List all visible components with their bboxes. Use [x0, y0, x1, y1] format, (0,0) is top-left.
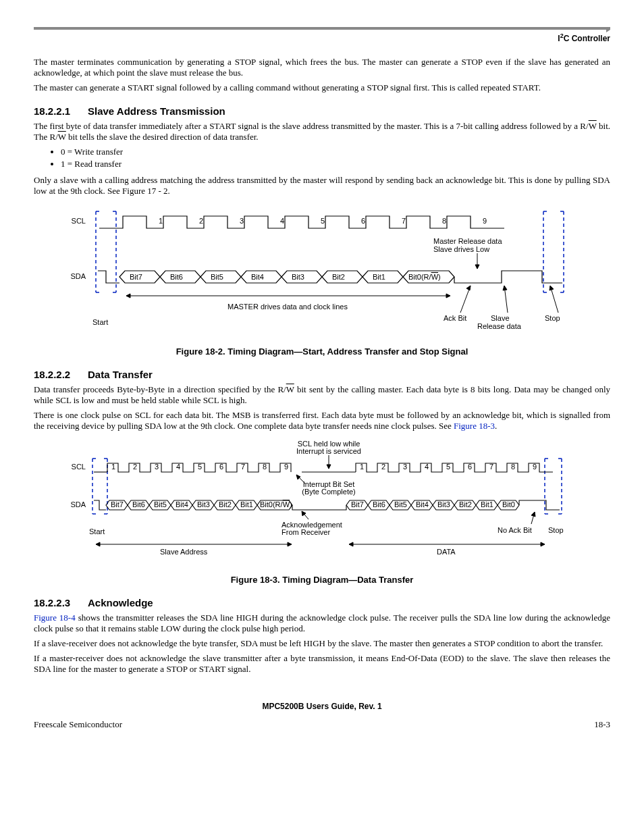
heading-number: 18.2.2.2 [34, 369, 88, 380]
svg-text:6: 6 [468, 463, 472, 471]
label: Slave [491, 314, 510, 322]
svg-text:Bit6: Bit6 [170, 273, 183, 281]
svg-text:Bit4: Bit4 [251, 273, 264, 281]
label: Start [92, 318, 108, 326]
footer-left: Freescale Semiconductor [34, 719, 122, 730]
footer-row: Freescale Semiconductor 18-3 [34, 719, 610, 730]
scl-label: SCL [72, 217, 86, 225]
svg-text:1: 1 [159, 217, 163, 225]
label: No Ack Bit [498, 526, 532, 534]
svg-text:5: 5 [446, 463, 450, 471]
svg-text:Bit7: Bit7 [130, 273, 142, 281]
svg-text:Bit4: Bit4 [416, 500, 429, 509]
label: MASTER drives data and clock lines [227, 303, 348, 311]
svg-text:6: 6 [361, 217, 365, 225]
figure-18-3-caption: Figure 18-3. Timing Diagram—Data Transfe… [34, 575, 610, 585]
svg-text:8: 8 [511, 463, 515, 471]
svg-text:Bit6: Bit6 [373, 500, 385, 509]
svg-text:Bit2: Bit2 [459, 500, 472, 509]
svg-text:2: 2 [133, 463, 137, 471]
svg-text:Bit7: Bit7 [111, 500, 124, 509]
label: DATA [437, 548, 456, 556]
link-figure-18-4[interactable]: Figure 18-4 [34, 613, 76, 623]
rw-list: 0 = Write transfer 1 = Read transfer [61, 147, 610, 170]
svg-text:6: 6 [219, 463, 223, 471]
label: Master Release data [433, 237, 502, 245]
svg-text:Bit5: Bit5 [211, 273, 223, 281]
list-item: 1 = Read transfer [61, 159, 610, 170]
svg-text:Bit4: Bit4 [176, 500, 188, 509]
svg-text:Bit0(R/W): Bit0(R/W) [260, 500, 292, 509]
para-repeated-start: The master can generate a START signal f… [34, 82, 610, 93]
sda-label: SDA [70, 500, 86, 509]
heading-18-2-2-2: 18.2.2.2Data Transfer [34, 369, 610, 380]
svg-text:Bit2: Bit2 [332, 273, 345, 281]
heading-title: Acknowledge [88, 597, 153, 608]
svg-text:3: 3 [403, 463, 407, 471]
para-stop: The master terminates communication by g… [34, 57, 610, 78]
label: Slave Address [160, 548, 208, 556]
header-section-label: I2C Controller [34, 32, 610, 43]
svg-text:Bit5: Bit5 [154, 500, 167, 509]
text: . [495, 421, 497, 431]
heading-18-2-2-1: 18.2.2.1Slave Address Transmission [34, 105, 610, 117]
w-overline: W [286, 384, 294, 394]
para-ack-3: If a master-receiver does not acknowledg… [34, 653, 610, 675]
heading-18-2-2-3: 18.2.2.3Acknowledge [34, 597, 610, 608]
sda-bits: Bit7 Bit6 Bit5 Bit4 Bit3 Bit2 Bit1 Bit0(… [130, 273, 441, 281]
link-figure-18-3[interactable]: Figure 18-3 [454, 421, 495, 431]
svg-text:5: 5 [321, 217, 325, 225]
svg-text:4: 4 [425, 463, 429, 471]
footer-right: 18-3 [594, 719, 610, 730]
w-overline: W [58, 132, 66, 142]
label: From Receiver [281, 528, 330, 536]
label: Stop [548, 526, 564, 534]
figure-18-2-caption: Figure 18-2. Timing Diagram—Start, Addre… [34, 346, 610, 357]
scl-label: SCL [72, 463, 86, 471]
heading-title: Data Transfer [88, 369, 153, 380]
svg-text:4: 4 [280, 217, 284, 225]
footer-doc-title: MPC5200B Users Guide, Rev. 1 [34, 702, 610, 711]
svg-text:Bit7: Bit7 [351, 500, 364, 509]
svg-text:Bit1: Bit1 [481, 500, 493, 509]
svg-text:Bit1: Bit1 [240, 500, 253, 509]
text: The first byte of data transfer immediat… [34, 121, 589, 131]
svg-text:Bit3: Bit3 [197, 500, 210, 509]
para-data-transfer: Data transfer proceeds Byte-by-Byte in a… [34, 384, 610, 406]
svg-text:1: 1 [111, 463, 115, 471]
svg-text:Bit2: Bit2 [219, 500, 232, 509]
svg-text:9: 9 [483, 217, 487, 225]
heading-number: 18.2.2.3 [34, 597, 88, 608]
label: Stop [545, 314, 560, 322]
scl-numbers: 1 2 3 4 5 6 7 8 9 [159, 217, 487, 225]
header-rule [34, 27, 610, 30]
sda-wave [98, 271, 562, 283]
para-ack-9th: Only a slave with a calling address matc… [34, 175, 610, 197]
svg-text:3: 3 [155, 463, 159, 471]
w-overline: W [589, 121, 597, 131]
label: Release data [477, 322, 522, 330]
text: shows the transmitter releases the SDA l… [34, 613, 610, 633]
label: Slave drives Low [433, 245, 489, 253]
svg-text:Bit3: Bit3 [437, 500, 450, 509]
label: Start [89, 527, 105, 536]
svg-text:Bit0(R/W): Bit0(R/W) [408, 273, 441, 281]
svg-text:Bit0: Bit0 [502, 500, 515, 509]
svg-text:8: 8 [442, 217, 446, 225]
list-item: 0 = Write transfer [61, 147, 610, 157]
figure-18-2: SCL 1 2 3 4 5 6 7 8 9 Master Release dat… [34, 205, 610, 340]
scl-wave [94, 463, 553, 472]
para-first-byte: The first byte of data transfer immediat… [34, 121, 610, 142]
text: bit tells the slave the desired directio… [66, 132, 259, 142]
label: Interrupt is serviced [296, 447, 361, 455]
svg-text:Bit1: Bit1 [373, 273, 385, 281]
label: (Byte Complete) [302, 488, 355, 496]
svg-text:7: 7 [489, 463, 493, 471]
svg-text:9: 9 [533, 463, 537, 471]
svg-text:9: 9 [284, 463, 288, 471]
figure-18-3: SCL held low while Interrupt is serviced… [34, 440, 610, 568]
label: Ack Bit [444, 314, 466, 322]
svg-text:Bit5: Bit5 [394, 500, 407, 509]
svg-text:4: 4 [176, 463, 180, 471]
heading-number: 18.2.2.1 [34, 105, 88, 117]
